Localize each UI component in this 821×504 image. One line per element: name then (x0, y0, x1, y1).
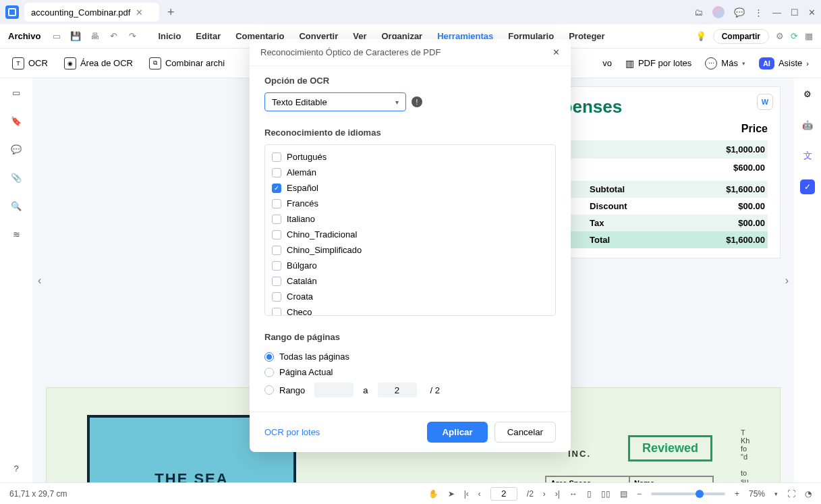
checkbox-icon (272, 277, 281, 286)
close-tab-icon[interactable]: ✕ (136, 7, 143, 18)
radio-current-page[interactable]: Página Actual (264, 364, 556, 380)
truncated-tool-label[interactable]: vo (602, 58, 612, 68)
more-tool[interactable]: ⋯Más▾ (705, 57, 745, 69)
range-from-input[interactable] (314, 383, 353, 397)
last-page-icon[interactable]: ›| (555, 489, 560, 499)
single-page-icon[interactable]: ▯ (587, 489, 592, 499)
read-mode-icon[interactable]: ▤ (620, 489, 627, 499)
maximize-icon[interactable]: ☐ (791, 7, 799, 18)
chat-icon[interactable]: 💬 (734, 7, 745, 18)
side-text: T Kh fo "d to su (741, 428, 768, 482)
tab-title: accounting_Combinar.pdf (31, 7, 130, 18)
prev-page-icon[interactable]: ‹ (478, 489, 481, 499)
undo-icon[interactable]: ↶ (105, 28, 121, 45)
lang-option[interactable]: Francés (271, 196, 550, 211)
checkbox-icon (272, 199, 281, 208)
bulb-icon[interactable]: 💡 (696, 31, 706, 41)
select-tool-icon[interactable]: ➤ (448, 489, 455, 499)
dialog-close-icon[interactable]: ✕ (553, 47, 560, 57)
layers-icon[interactable]: ≋ (10, 228, 22, 240)
ocr-dialog: Reconocimiento Óptico de Caracteres de P… (250, 39, 571, 452)
file-menu[interactable]: Archivo (8, 31, 46, 41)
menu-inicio[interactable]: Inicio (151, 28, 188, 44)
attachment-icon[interactable]: 📎 (10, 171, 22, 184)
range-to-input[interactable] (378, 383, 417, 397)
lang-option[interactable]: Croata (271, 289, 550, 304)
new-tab-button[interactable]: + (167, 5, 175, 20)
inc-label: INC. (568, 449, 591, 459)
hand-tool-icon[interactable]: ✋ (428, 489, 438, 499)
page-thumb-icon[interactable]: ▭ (10, 86, 22, 99)
zoom-out-icon[interactable]: − (637, 489, 642, 499)
comment-icon[interactable]: 💬 (10, 143, 22, 155)
word-export-icon[interactable]: W (757, 94, 773, 110)
lang-option[interactable]: Alemán (271, 165, 550, 180)
checkbox-icon: ✓ (272, 184, 281, 193)
ocr-option-select[interactable]: Texto Editable ▾ (264, 92, 406, 111)
ai-assist-tool[interactable]: AIAsiste› (759, 57, 809, 69)
next-page-icon[interactable]: › (543, 489, 546, 499)
search-icon[interactable]: 🔍 (10, 200, 22, 212)
radio-icon (264, 385, 274, 395)
close-window-icon[interactable]: ✕ (808, 7, 816, 18)
lang-option[interactable]: ✓Español (271, 180, 550, 196)
bookmark-icon[interactable]: 🔖 (10, 115, 22, 127)
zoom-in-icon[interactable]: + (735, 489, 739, 499)
fit-width-icon[interactable]: ↔ (569, 489, 577, 499)
sliders-icon[interactable]: ⚙ (800, 86, 815, 101)
print-icon[interactable]: 🖶 (86, 28, 103, 45)
ocr-tool[interactable]: TOCR (12, 57, 48, 69)
fullscreen-icon[interactable]: ⛶ (787, 489, 795, 499)
lang-option[interactable]: Búlgaro (271, 258, 550, 273)
apply-button[interactable]: Aplicar (427, 422, 487, 443)
ai-chat-icon[interactable]: 🤖 (800, 117, 815, 132)
cancel-button[interactable]: Cancelar (494, 422, 556, 443)
page-total: /2 (527, 489, 534, 499)
radio-range[interactable]: Rango a / 2 (264, 380, 556, 400)
prev-page-arrow[interactable]: ‹ (38, 275, 41, 287)
save-icon[interactable]: 💾 (67, 28, 84, 45)
checkbox-icon (272, 308, 281, 316)
range-title: Rango de páginas (264, 332, 556, 342)
lang-option[interactable]: Chino_Simplificado (271, 242, 550, 258)
grid-icon[interactable]: ▦ (805, 31, 813, 41)
lang-option[interactable]: Chino_Tradicional (271, 227, 550, 242)
combine-tool[interactable]: ⧉Combinar archi (149, 57, 225, 69)
reviewed-stamp: Reviewed (628, 435, 712, 461)
page-number-input[interactable] (490, 487, 517, 501)
lang-option[interactable]: Catalán (271, 273, 550, 289)
share-button[interactable]: Compartir (713, 29, 769, 44)
chevron-down-icon: ▾ (395, 99, 399, 106)
help-icon[interactable]: ? (10, 462, 22, 474)
notif-icon[interactable]: 🗂 (694, 7, 703, 18)
open-icon[interactable]: ▭ (49, 28, 65, 45)
sync-icon[interactable]: ⟳ (791, 31, 798, 41)
lang-option[interactable]: Checo (271, 304, 550, 316)
radio-all-pages[interactable]: Todas las páginas (264, 349, 556, 364)
next-page-arrow[interactable]: › (785, 275, 789, 287)
doc-dimensions: 61,71 x 29,7 cm (9, 489, 67, 499)
check-icon[interactable]: ✓ (800, 179, 815, 194)
checkbox-icon (272, 246, 281, 255)
share-graph-icon[interactable]: ⚙ (776, 31, 784, 41)
zoom-chevron-icon[interactable]: ▾ (774, 491, 778, 497)
pdf-batch-tool[interactable]: ▥PDF por lotes (625, 58, 691, 69)
lang-title: Reconocimiento de idiomas (264, 128, 556, 138)
redo-icon[interactable]: ↷ (124, 28, 140, 45)
translate-icon[interactable]: 文 (800, 148, 815, 163)
language-list[interactable]: PortuguésAlemán✓EspañolFrancésItalianoCh… (264, 144, 556, 316)
info-icon[interactable]: ! (412, 96, 422, 107)
lang-option[interactable]: Italiano (271, 211, 550, 227)
user-avatar-icon[interactable] (712, 6, 725, 18)
first-page-icon[interactable]: |‹ (464, 489, 469, 499)
batch-ocr-link[interactable]: OCR por lotes (264, 427, 320, 437)
area-ocr-tool[interactable]: ◉Área de OCR (64, 57, 133, 69)
kebab-menu-icon[interactable]: ⋮ (754, 7, 763, 18)
menu-editar[interactable]: Editar (189, 28, 227, 44)
lang-option[interactable]: Portugués (271, 149, 550, 165)
minimize-icon[interactable]: — (772, 7, 781, 18)
document-tab[interactable]: accounting_Combinar.pdf ✕ (24, 3, 159, 22)
clock-icon[interactable]: ◔ (805, 489, 812, 499)
zoom-slider[interactable] (651, 493, 725, 495)
two-page-icon[interactable]: ▯▯ (601, 489, 611, 499)
